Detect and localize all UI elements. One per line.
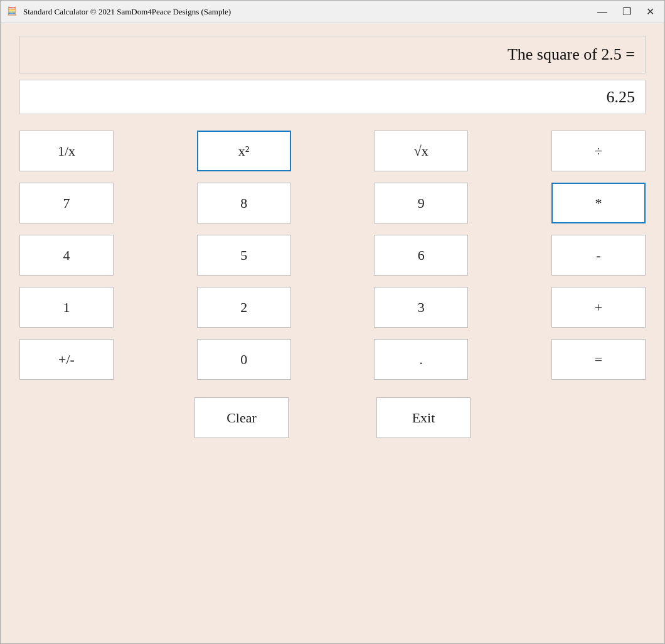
calculator-body: The square of 2.5 = 6.25 1/x x² √x ÷ 7 8… bbox=[1, 23, 664, 643]
expression-display: The square of 2.5 = bbox=[19, 36, 646, 73]
maximize-button[interactable]: ❐ bbox=[619, 4, 635, 19]
btn-clear[interactable]: Clear bbox=[194, 397, 289, 438]
expression-text: The square of 2.5 = bbox=[508, 45, 635, 64]
btn-subtract[interactable]: - bbox=[551, 235, 646, 276]
btn-decimal[interactable]: . bbox=[374, 339, 468, 380]
btn-multiply[interactable]: * bbox=[551, 183, 646, 223]
btn-3[interactable]: 3 bbox=[374, 287, 468, 328]
btn-sqrt[interactable]: √x bbox=[374, 131, 468, 171]
btn-9[interactable]: 9 bbox=[374, 183, 468, 223]
btn-8[interactable]: 8 bbox=[197, 183, 291, 223]
btn-row-5: +/- 0 . = bbox=[19, 339, 646, 380]
result-text: 6.25 bbox=[607, 88, 636, 107]
btn-reciprocal[interactable]: 1/x bbox=[19, 131, 114, 171]
result-display: 6.25 bbox=[19, 80, 646, 114]
btn-equals[interactable]: = bbox=[551, 339, 646, 380]
calculator-window: 🧮 Standard Calculator © 2021 SamDom4Peac… bbox=[0, 0, 665, 644]
display-area: The square of 2.5 = 6.25 bbox=[19, 36, 646, 114]
btn-4[interactable]: 4 bbox=[19, 235, 114, 276]
app-icon: 🧮 bbox=[7, 6, 18, 18]
btn-2[interactable]: 2 bbox=[197, 287, 291, 328]
btn-row-4: 1 2 3 + bbox=[19, 287, 646, 328]
btn-row-bottom: Clear Exit bbox=[19, 397, 646, 438]
btn-add[interactable]: + bbox=[551, 287, 646, 328]
btn-divide[interactable]: ÷ bbox=[551, 131, 646, 171]
btn-row-2: 7 8 9 * bbox=[19, 183, 646, 223]
btn-square[interactable]: x² bbox=[197, 131, 291, 171]
btn-6[interactable]: 6 bbox=[374, 235, 468, 276]
btn-exit[interactable]: Exit bbox=[376, 397, 471, 438]
close-button[interactable]: ✕ bbox=[642, 4, 658, 19]
title-bar-controls: — ❐ ✕ bbox=[593, 4, 658, 19]
btn-row-1: 1/x x² √x ÷ bbox=[19, 131, 646, 171]
btn-negate[interactable]: +/- bbox=[19, 339, 114, 380]
btn-7[interactable]: 7 bbox=[19, 183, 114, 223]
btn-1[interactable]: 1 bbox=[19, 287, 114, 328]
window-title: Standard Calculator © 2021 SamDom4Peace … bbox=[23, 7, 231, 17]
title-bar-left: 🧮 Standard Calculator © 2021 SamDom4Peac… bbox=[7, 6, 231, 18]
btn-5[interactable]: 5 bbox=[197, 235, 291, 276]
btn-row-3: 4 5 6 - bbox=[19, 235, 646, 276]
btn-0[interactable]: 0 bbox=[197, 339, 291, 380]
minimize-button[interactable]: — bbox=[593, 5, 611, 19]
buttons-grid: 1/x x² √x ÷ 7 8 9 * 4 5 6 - 1 bbox=[19, 131, 646, 631]
title-bar: 🧮 Standard Calculator © 2021 SamDom4Peac… bbox=[1, 1, 664, 23]
